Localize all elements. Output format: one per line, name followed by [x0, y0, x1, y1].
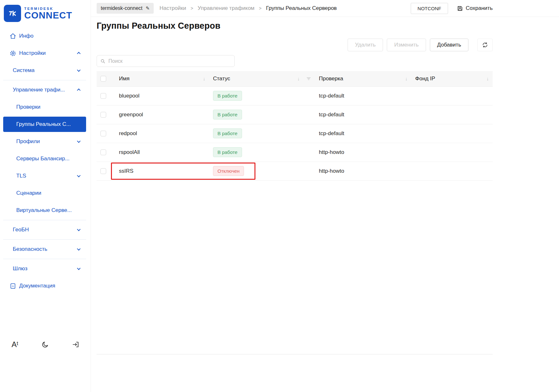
sidebar-item-profiles[interactable]: Профили	[0, 133, 91, 150]
sidebar-item-label: Профили	[16, 138, 40, 145]
sidebar-item-label: Шлюз	[13, 265, 27, 272]
cell-name: ssIRS	[115, 162, 209, 180]
cell-pool	[411, 143, 493, 162]
search-icon	[100, 58, 106, 64]
filter-icon[interactable]	[306, 76, 311, 81]
select-all-checkbox[interactable]	[100, 76, 106, 82]
sidebar-item-security[interactable]: Безопасность	[0, 241, 91, 258]
status-badge: В работе	[213, 110, 242, 120]
sidebar-item-label: Безопасность	[13, 246, 47, 252]
sidebar-item-geobn[interactable]: ГеоБН	[0, 221, 91, 238]
sort-icon[interactable]: ↓	[298, 76, 300, 81]
brand-name: TERMIDESK CONNECT	[24, 7, 72, 20]
sidebar-item-info[interactable]: Инфо	[0, 27, 91, 45]
instance-chip[interactable]: termidesk-connect ✎	[97, 3, 154, 14]
cell-check: tcp-default	[315, 105, 411, 124]
sidebar-item-label: Система	[13, 67, 34, 74]
row-checkbox[interactable]	[100, 93, 106, 99]
sidebar-item-label: ГеоБН	[13, 227, 29, 233]
row-checkbox[interactable]	[100, 168, 106, 174]
search-box	[97, 55, 235, 67]
chevron-down-icon	[77, 228, 80, 231]
cell-pool	[411, 162, 493, 180]
row-checkbox[interactable]	[100, 112, 106, 118]
breadcrumb-separator: >	[259, 6, 261, 11]
sidebar-item-traffic-management[interactable]: Управление трафи...	[0, 81, 91, 98]
sidebar-item-virtual-servers[interactable]: Виртуальные Серве...	[0, 202, 91, 219]
sidebar-footer: Aᵗ	[0, 339, 91, 392]
termidesk-logo-icon	[4, 5, 21, 22]
breadcrumb-traffic-management[interactable]: Управление трафиком	[198, 5, 254, 11]
chevron-down-icon	[77, 266, 80, 270]
sort-icon[interactable]: ↓	[487, 76, 489, 81]
instance-chip-label: termidesk-connect	[101, 5, 143, 11]
server-groups-table: Имя ↓ Статус ↓	[97, 71, 493, 181]
search-row	[97, 55, 493, 67]
row-checkbox[interactable]	[100, 131, 106, 136]
table-row[interactable]: greenpool В работе tcp-default	[97, 105, 493, 124]
main-area: termidesk-connect ✎ Настройки > Управлен…	[91, 0, 559, 392]
font-scale-icon[interactable]: Aᵗ	[10, 339, 20, 350]
sort-icon[interactable]: ↓	[405, 76, 408, 81]
chevron-down-icon	[77, 139, 80, 143]
row-checkbox[interactable]	[100, 149, 106, 155]
document-icon: A	[10, 283, 16, 289]
breadcrumb-settings[interactable]: Настройки	[159, 5, 186, 11]
column-header-status: Статус	[213, 76, 230, 82]
sidebar-item-system[interactable]: Система	[0, 62, 91, 79]
sidebar-item-real-server-groups[interactable]: Группы Реальных С...	[3, 117, 86, 132]
sidebar-item-label: Сценарии	[16, 190, 41, 196]
sidebar-item-gateway[interactable]: Шлюз	[0, 260, 91, 277]
table-row[interactable]: rspoolAll В работе http-howto	[97, 143, 493, 162]
sidebar-item-label: Виртуальные Серве...	[16, 207, 72, 214]
column-header-ip-pool: Фонд IP	[415, 76, 435, 82]
sort-icon[interactable]: ↓	[203, 76, 206, 81]
logout-icon[interactable]	[70, 339, 81, 350]
add-button[interactable]: Добавить	[430, 39, 468, 51]
table-row[interactable]: ssIRS Отключен http-howto	[97, 162, 493, 180]
cell-pool	[411, 86, 493, 105]
actions-row: Удалить Изменить Добавить	[97, 39, 493, 51]
sidebar-item-scenarios[interactable]: Сценарии	[0, 185, 91, 202]
column-header-name: Имя	[119, 76, 129, 82]
brand-name-bottom: CONNECT	[24, 11, 72, 20]
sidebar-item-balancing-servers[interactable]: Серверы Балансир...	[0, 150, 91, 167]
divider	[3, 239, 86, 240]
app-window: TERMIDESK CONNECT Инфо Настройки Система	[0, 0, 559, 392]
sidebar-item-label: Управление трафи...	[13, 87, 65, 93]
breadcrumb-separator: >	[191, 6, 193, 11]
gear-icon	[10, 50, 16, 57]
sidebar-item-label: TLS	[16, 173, 26, 179]
cell-check: http-howto	[315, 162, 411, 180]
brand-name-top: TERMIDESK	[24, 7, 72, 11]
cell-pool	[411, 124, 493, 143]
font-scale-glyph: Aᵗ	[11, 341, 18, 348]
save-button-label: Сохранить	[466, 5, 493, 11]
divider	[3, 80, 86, 80]
sidebar-item-tls[interactable]: TLS	[0, 167, 91, 185]
cell-name: greenpool	[115, 105, 209, 124]
table-header-row: Имя ↓ Статус ↓	[97, 71, 493, 86]
sidebar-item-label: Инфо	[19, 33, 33, 39]
save-button[interactable]: Сохранить	[457, 5, 493, 11]
table-row[interactable]: redpool В работе tcp-default	[97, 124, 493, 143]
search-input[interactable]	[97, 55, 235, 67]
edit-button[interactable]: Изменить	[387, 39, 426, 51]
topbar-right: NOTCONF Сохранить	[411, 3, 493, 14]
sidebar-item-documentation[interactable]: A Документация	[0, 277, 91, 294]
chevron-down-icon	[77, 68, 80, 72]
chevron-down-icon	[77, 247, 80, 250]
sidebar-item-checks[interactable]: Проверки	[0, 98, 91, 116]
chevron-up-icon	[77, 52, 80, 55]
content-box: Группы Реальных Серверов Удалить Изменит…	[97, 17, 493, 354]
dark-mode-moon-icon[interactable]	[40, 339, 51, 350]
refresh-button[interactable]	[477, 39, 493, 51]
delete-button[interactable]: Удалить	[348, 39, 383, 51]
divider	[3, 259, 86, 259]
notconf-button[interactable]: NOTCONF	[411, 3, 448, 14]
sidebar-item-settings[interactable]: Настройки	[0, 45, 91, 62]
content: Группы Реальных Серверов Удалить Изменит…	[91, 17, 559, 392]
chevron-down-icon	[77, 174, 80, 177]
sidebar-item-label: Проверки	[16, 104, 40, 110]
table-row[interactable]: bluepool В работе tcp-default	[97, 86, 493, 105]
